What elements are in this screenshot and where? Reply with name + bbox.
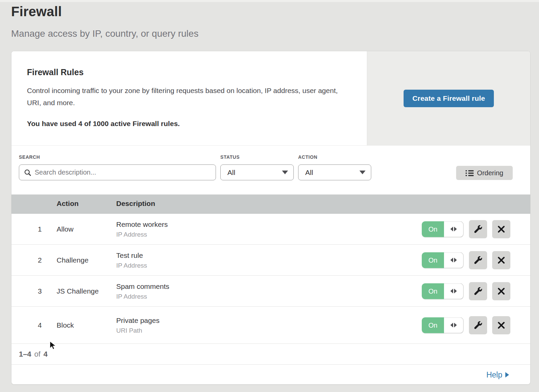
ordering-button[interactable]: Ordering	[456, 166, 513, 180]
close-icon	[498, 225, 505, 233]
rule-action: Challenge	[57, 256, 89, 264]
toggle-on-label: On	[422, 221, 444, 237]
action-label: ACTION	[298, 154, 317, 160]
rule-description-cell: Remote workers IP Address	[116, 220, 168, 238]
filters-bar: SEARCH STATUS All ACTION All	[11, 146, 530, 194]
edit-rule-button[interactable]	[469, 316, 487, 334]
chevron-down-icon	[282, 171, 288, 174]
search-field[interactable]	[19, 164, 216, 180]
toggle-on-label: On	[422, 283, 444, 299]
triangle-right-icon	[505, 372, 509, 378]
rule-enabled-toggle[interactable]: On	[422, 252, 464, 268]
overview-text: Firewall Rules Control incoming traffic …	[11, 51, 367, 145]
page-title: Firewall	[11, 4, 62, 19]
close-icon	[498, 257, 505, 264]
action-selected-value: All	[305, 169, 359, 177]
status-label: STATUS	[220, 154, 240, 160]
card-footer: Help	[11, 365, 530, 385]
status-selected-value: All	[227, 169, 282, 177]
create-firewall-rule-button[interactable]: Create a Firewall rule	[404, 90, 494, 107]
table-row: 2 Challenge Test rule IP Address On	[11, 245, 530, 276]
delete-rule-button[interactable]	[492, 316, 510, 334]
rule-priority: 4	[25, 321, 42, 329]
rule-match-type: IP Address	[116, 293, 169, 300]
page-subtitle: Manage access by IP, country, or query r…	[11, 28, 198, 39]
rule-description-cell: Test rule IP Address	[116, 251, 147, 269]
rule-action: JS Challenge	[57, 287, 99, 295]
rule-match-type: IP Address	[116, 231, 168, 238]
search-input[interactable]	[35, 169, 211, 176]
firewall-page: Firewall Manage access by IP, country, o…	[0, 0, 539, 392]
create-rule-panel: Create a Firewall rule	[367, 51, 530, 145]
firewall-rules-card: Firewall Rules Control incoming traffic …	[11, 51, 531, 385]
edit-rule-button[interactable]	[469, 220, 487, 238]
rule-description: Remote workers	[116, 220, 168, 228]
toggle-handle-icon	[444, 283, 464, 299]
rule-enabled-toggle[interactable]: On	[422, 283, 464, 299]
help-link-label: Help	[486, 370, 502, 380]
rule-match-type: URI Path	[116, 327, 159, 334]
section-heading: Firewall Rules	[27, 67, 353, 77]
table-row: 4 Block Private pages URI Path On	[11, 307, 530, 344]
wrench-icon	[474, 225, 482, 233]
edit-rule-button[interactable]	[469, 251, 487, 269]
overview-section: Firewall Rules Control incoming traffic …	[11, 51, 530, 146]
edit-rule-button[interactable]	[469, 282, 487, 300]
delete-rule-button[interactable]	[492, 251, 510, 269]
column-header-action: Action	[57, 200, 78, 208]
search-icon	[24, 169, 31, 176]
toggle-on-label: On	[422, 252, 444, 268]
help-link[interactable]: Help	[486, 370, 509, 380]
delete-rule-button[interactable]	[492, 220, 510, 238]
toggle-handle-icon	[444, 252, 464, 268]
pagination-range: 1–4	[19, 350, 31, 359]
delete-rule-button[interactable]	[492, 282, 510, 300]
pagination-total: 4	[43, 350, 47, 359]
rule-description: Test rule	[116, 251, 147, 259]
rule-description: Private pages	[116, 316, 159, 324]
toggle-on-label: On	[422, 317, 444, 333]
usage-summary: You have used 4 of 1000 active Firewall …	[27, 120, 353, 128]
rule-description-cell: Private pages URI Path	[116, 316, 159, 334]
wrench-icon	[474, 287, 482, 295]
chevron-down-icon	[359, 171, 366, 174]
ordering-button-label: Ordering	[477, 169, 503, 177]
search-label: SEARCH	[19, 154, 40, 160]
status-select[interactable]: All	[220, 164, 294, 180]
table-row: 1 Allow Remote workers IP Address On	[11, 214, 530, 245]
toggle-handle-icon	[444, 221, 464, 237]
ordering-list-icon	[466, 170, 474, 176]
wrench-icon	[474, 256, 482, 264]
wrench-icon	[474, 321, 482, 329]
close-icon	[498, 322, 505, 329]
rule-priority: 2	[25, 256, 42, 264]
rule-action: Allow	[57, 225, 73, 233]
table-row: 3 JS Challenge Spam comments IP Address …	[11, 276, 530, 307]
rule-action: Block	[57, 321, 74, 329]
rule-match-type: IP Address	[116, 262, 147, 269]
table-header: Action Description	[11, 194, 530, 214]
rule-enabled-toggle[interactable]: On	[422, 221, 464, 237]
pagination-of: of	[34, 350, 40, 359]
rule-priority: 1	[25, 225, 42, 233]
rule-description: Spam comments	[116, 282, 169, 290]
rule-enabled-toggle[interactable]: On	[422, 317, 464, 333]
rule-description-cell: Spam comments IP Address	[116, 282, 169, 300]
rule-priority: 3	[25, 287, 42, 295]
action-select[interactable]: All	[298, 164, 371, 180]
toggle-handle-icon	[444, 317, 464, 333]
column-header-description: Description	[116, 200, 155, 208]
pagination-bar: 1–4 of 4	[11, 344, 530, 365]
close-icon	[498, 288, 505, 295]
section-description: Control incoming traffic to your zone by…	[27, 85, 347, 109]
